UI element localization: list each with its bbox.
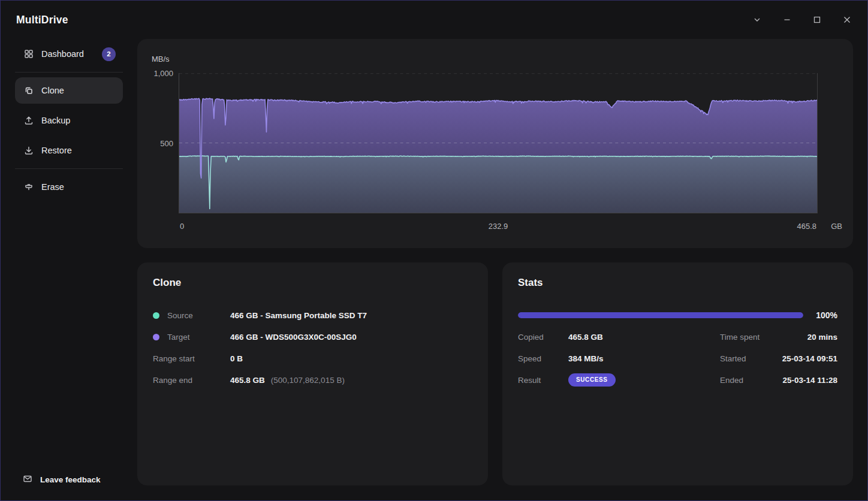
mail-icon bbox=[22, 473, 33, 486]
sidebar-item-label: Backup bbox=[41, 116, 116, 125]
started-value: 25-03-14 09:51 bbox=[782, 354, 837, 363]
sidebar-item-dashboard[interactable]: Dashboard 2 bbox=[15, 41, 123, 67]
speed-chart-plot bbox=[179, 73, 818, 213]
sidebar-item-label: Dashboard bbox=[41, 49, 95, 59]
clone-card: Clone Source 466 GB - Samsung Portable S… bbox=[137, 262, 488, 485]
copied-row: Copied 465.8 GB bbox=[518, 326, 696, 348]
dashboard-count-badge: 2 bbox=[102, 47, 116, 61]
time-spent-value: 20 mins bbox=[807, 333, 837, 342]
ended-label: Ended bbox=[720, 376, 743, 385]
y-tick-500: 500 bbox=[160, 139, 173, 148]
result-label: Result bbox=[518, 376, 541, 385]
source-label: Source bbox=[167, 311, 193, 320]
sidebar-item-label: Erase bbox=[41, 182, 116, 192]
app-window: MultiDrive bbox=[0, 0, 868, 501]
progress-percent: 100% bbox=[811, 310, 837, 320]
target-value: 466 GB - WDS500G3X0C-00SJG0 bbox=[230, 333, 357, 342]
x-tick-end: 465.8 bbox=[797, 222, 816, 231]
collapse-button[interactable] bbox=[750, 13, 764, 27]
range-start-value: 0 B bbox=[230, 354, 243, 363]
progress-bar-fill bbox=[518, 312, 803, 318]
range-end-bytes: (500,107,862,015 B) bbox=[271, 376, 345, 385]
maximize-button[interactable] bbox=[810, 13, 824, 27]
source-value: 466 GB - Samsung Portable SSD T7 bbox=[230, 311, 367, 320]
range-start-label: Range start bbox=[153, 354, 195, 363]
minimize-icon bbox=[782, 15, 792, 25]
maximize-icon bbox=[812, 15, 822, 25]
success-badge: SUCCESS bbox=[568, 373, 616, 387]
minimize-button[interactable] bbox=[780, 13, 794, 27]
window-controls bbox=[750, 13, 854, 27]
y-tick-1000: 1,000 bbox=[153, 69, 173, 78]
progress-bar-track bbox=[518, 312, 803, 318]
ended-value: 25-03-14 11:28 bbox=[782, 376, 837, 385]
speed-value: 384 MB/s bbox=[568, 354, 604, 363]
range-start-row: Range start 0 B bbox=[153, 348, 472, 369]
eraser-icon bbox=[23, 182, 34, 192]
stats-card-title: Stats bbox=[518, 277, 837, 291]
copied-value: 465.8 GB bbox=[568, 333, 603, 342]
started-label: Started bbox=[720, 354, 746, 363]
speed-row: Speed 384 MB/s bbox=[518, 348, 696, 369]
sidebar-item-label: Clone bbox=[41, 86, 116, 95]
upload-icon bbox=[23, 115, 34, 126]
y-axis-unit: MB/s bbox=[152, 53, 818, 73]
sidebar-item-erase[interactable]: Erase bbox=[15, 174, 123, 200]
x-tick-0: 0 bbox=[180, 222, 184, 231]
range-end-value: 465.8 GB bbox=[230, 376, 265, 385]
sidebar-item-backup[interactable]: Backup bbox=[15, 107, 123, 134]
source-row: Source 466 GB - Samsung Portable SSD T7 bbox=[153, 304, 472, 326]
download-icon bbox=[23, 145, 34, 156]
x-axis-unit: GB bbox=[831, 222, 842, 231]
source-dot bbox=[153, 312, 159, 319]
range-end-row: Range end 465.8 GB (500,107,862,015 B) bbox=[153, 369, 472, 391]
result-row: Result SUCCESS bbox=[518, 369, 696, 391]
close-button[interactable] bbox=[840, 13, 854, 27]
titlebar: MultiDrive bbox=[1, 1, 867, 39]
clone-copy-icon bbox=[23, 85, 34, 96]
sidebar-item-restore[interactable]: Restore bbox=[15, 137, 123, 164]
app-title: MultiDrive bbox=[16, 14, 750, 26]
time-spent-label: Time spent bbox=[720, 333, 760, 342]
stats-card: Stats 100% Copied 465.8 GB bbox=[502, 262, 853, 485]
main-content: MB/s 1,000 500 0 232.9 465.8 GB bbox=[137, 39, 867, 500]
copied-label: Copied bbox=[518, 333, 544, 342]
target-row: Target 466 GB - WDS500G3X0C-00SJG0 bbox=[153, 326, 472, 348]
range-end-label: Range end bbox=[153, 376, 192, 385]
chevron-down-icon bbox=[752, 15, 762, 25]
x-axis-labels: 0 232.9 465.8 GB bbox=[179, 213, 818, 233]
sidebar: Dashboard 2 Clone Backup Res bbox=[1, 39, 137, 500]
started-row: Started 25-03-14 09:51 bbox=[720, 348, 837, 369]
leave-feedback-button[interactable]: Leave feedback bbox=[15, 473, 123, 486]
y-axis-labels: 1,000 500 bbox=[152, 73, 179, 213]
sidebar-divider bbox=[15, 72, 123, 73]
x-tick-mid: 232.9 bbox=[489, 222, 508, 231]
leave-feedback-label: Leave feedback bbox=[40, 475, 101, 484]
speed-chart-card: MB/s 1,000 500 0 232.9 465.8 GB bbox=[137, 39, 853, 248]
time-spent-row: Time spent 20 mins bbox=[720, 326, 837, 348]
clone-card-title: Clone bbox=[153, 277, 472, 291]
sidebar-item-clone[interactable]: Clone bbox=[15, 77, 123, 104]
sidebar-item-label: Restore bbox=[41, 146, 116, 155]
speed-label: Speed bbox=[518, 354, 541, 363]
ended-row: Ended 25-03-14 11:28 bbox=[720, 369, 837, 391]
target-label: Target bbox=[167, 333, 190, 342]
progress-row: 100% bbox=[518, 304, 837, 326]
close-icon bbox=[842, 15, 852, 25]
sidebar-divider bbox=[15, 168, 123, 169]
speed-chart-svg bbox=[179, 73, 817, 213]
dashboard-grid-icon bbox=[23, 49, 34, 59]
target-dot bbox=[153, 334, 159, 340]
